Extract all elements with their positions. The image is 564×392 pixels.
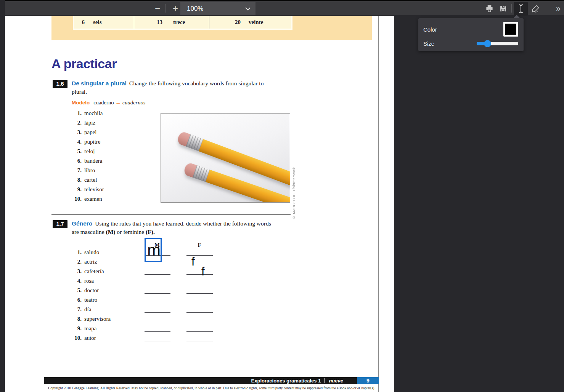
arrow-icon: → <box>115 99 121 106</box>
list-item: 7. libro <box>72 166 104 175</box>
item-number: 1. <box>72 109 82 118</box>
f-answer-blank[interactable] <box>186 265 213 265</box>
zoom-level-dropdown[interactable]: 100% <box>180 2 255 15</box>
exercise-instructions: Change the following vocabulary words fr… <box>129 80 264 86</box>
exercise-title: De singular a plural <box>72 80 127 86</box>
gender-row: 10. autor <box>72 333 255 343</box>
list-item: 5. reloj <box>72 147 104 156</box>
gender-row: 9. mapa <box>72 324 255 333</box>
vocabulary-table-band: 6 seis 13 trece 20 veinte <box>51 16 372 40</box>
number-digit: 20 <box>209 19 241 26</box>
item-number: 1. <box>72 248 82 257</box>
text-tool-icon <box>518 4 524 14</box>
list-item: 9. televisor <box>72 185 104 194</box>
m-answer-blank[interactable] <box>145 293 170 294</box>
m-answer-blank[interactable] <box>145 303 170 303</box>
size-slider-thumb[interactable] <box>484 40 491 47</box>
footer-divider <box>325 378 325 383</box>
footer-book-title: Exploraciones gramaticales 1 <box>251 378 321 384</box>
footer-page-word: nueve <box>329 378 343 384</box>
previous-page-edge <box>5 16 44 392</box>
zoom-out-button[interactable]: − <box>152 2 163 15</box>
item-word: teatro <box>84 295 97 305</box>
item-word: doctor <box>84 286 99 295</box>
feminine-token: (F). <box>146 229 155 235</box>
annotation-text-m[interactable]: m <box>147 242 161 258</box>
modelo-line: Modelocuaderno→cuadernos <box>72 99 145 106</box>
text-annotation-box-selected[interactable]: m <box>145 238 162 262</box>
f-answer-blank[interactable] <box>186 322 213 322</box>
modelo-to: cuadernos <box>122 99 145 106</box>
number-word: trece <box>173 19 185 26</box>
expand-icon[interactable]: » <box>556 2 561 15</box>
save-icon[interactable] <box>499 5 507 13</box>
list-item: 3. papel <box>72 128 104 137</box>
toolbar-divider <box>166 4 166 13</box>
exercise-title: Género <box>72 220 92 227</box>
gender-row: 8. supervisora <box>72 314 255 324</box>
gender-row: 5. doctor <box>72 286 255 295</box>
list-item: 4. pupitre <box>72 137 104 147</box>
item-word: actriz <box>84 257 97 267</box>
item-number: 5. <box>72 147 82 156</box>
m-answer-blank[interactable] <box>145 341 170 341</box>
exercise-16-list: 1. mochila 2. lápiz 3. papel 4. pupitre … <box>72 109 104 204</box>
exercise-number-badge: 1.6 <box>53 80 67 88</box>
annotation-text-f[interactable]: f <box>191 256 195 267</box>
photo-credit: © MARCELODLT/Shutterstock <box>292 156 296 219</box>
printer-icon[interactable] <box>485 4 494 13</box>
modelo-from: cuaderno <box>93 99 114 106</box>
number-digit: 13 <box>134 19 162 26</box>
exercise-instructions: Using the rules that you have learned, d… <box>95 220 271 227</box>
f-answer-blank[interactable] <box>186 312 213 313</box>
exercise-17-text: GéneroUsing the rules that you have lear… <box>72 219 308 236</box>
page-number-badge: 9 <box>357 377 379 384</box>
selected-color <box>505 24 516 35</box>
text-tool-button-active[interactable] <box>514 2 528 16</box>
f-answer-blank[interactable] <box>186 303 213 303</box>
item-word: saludo <box>84 248 99 257</box>
top-toolbar: − + 100% » <box>5 0 564 15</box>
chevron-down-icon <box>245 7 251 11</box>
size-slider[interactable] <box>477 42 518 45</box>
item-number: 5. <box>72 286 82 295</box>
f-answer-blank[interactable] <box>186 331 213 332</box>
m-answer-blank[interactable] <box>145 284 170 284</box>
item-number: 4. <box>72 276 82 286</box>
f-answer-blank[interactable] <box>186 341 213 341</box>
gender-row: 2. actriz <box>72 257 255 267</box>
color-label: Color <box>423 26 437 33</box>
item-number: 9. <box>72 324 82 333</box>
list-item: 10. examen <box>72 194 104 204</box>
f-answer-blank[interactable] <box>186 293 213 294</box>
m-answer-blank[interactable] <box>145 274 170 275</box>
number-cell: 20 veinte <box>209 16 289 29</box>
item-number: 10. <box>72 333 82 343</box>
pen-icon[interactable] <box>531 4 540 13</box>
item-number: 6. <box>72 156 82 166</box>
item-word: mochila <box>84 109 103 118</box>
gender-row: 3. cafetería <box>72 267 255 276</box>
f-answer-blank[interactable] <box>186 284 213 284</box>
m-answer-blank[interactable] <box>145 322 170 322</box>
exercise-instructions: or feminine <box>115 229 146 235</box>
number-cell: 13 trece <box>134 16 209 29</box>
m-answer-blank[interactable] <box>145 265 170 265</box>
f-answer-blank[interactable] <box>186 255 213 256</box>
zoom-in-button[interactable]: + <box>170 2 181 15</box>
gender-row: 7. día <box>72 305 255 314</box>
annotation-text-f[interactable]: f <box>201 266 205 277</box>
number-digit: 6 <box>77 19 85 26</box>
item-word: reloj <box>84 147 95 156</box>
item-word: libro <box>84 166 95 175</box>
list-item: 8. cartel <box>72 175 104 185</box>
f-answer-blank[interactable] <box>186 274 213 275</box>
m-answer-blank[interactable] <box>145 312 170 313</box>
m-answer-blank[interactable] <box>145 331 170 332</box>
item-word: papel <box>84 128 96 137</box>
item-word: autor <box>84 333 96 343</box>
ebook-page: 6 seis 13 trece 20 veinte A practicar 1.… <box>44 16 379 392</box>
color-swatch[interactable] <box>503 22 518 37</box>
number-word: seis <box>93 19 102 26</box>
panel-caret <box>513 15 520 18</box>
